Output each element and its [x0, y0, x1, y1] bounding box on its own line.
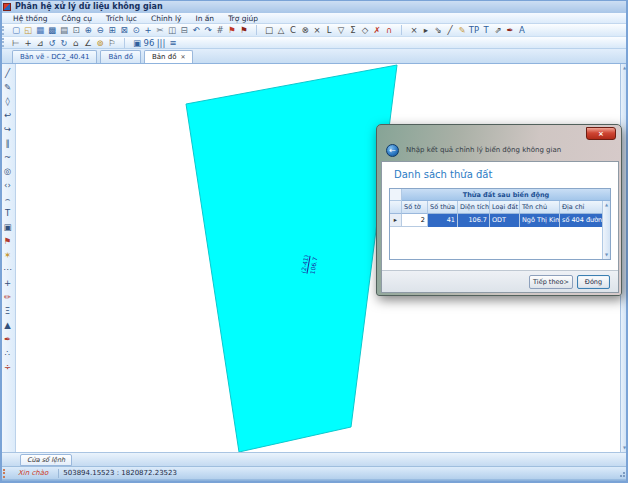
- columns-icon[interactable]: |||: [155, 37, 167, 49]
- merge-shape-icon[interactable]: ∩: [383, 24, 395, 36]
- points-tool-icon[interactable]: ∴: [1, 346, 15, 360]
- tab-ban-do-1[interactable]: Bản đồ: [100, 50, 140, 63]
- flag-darkred-icon[interactable]: ⚑: [238, 24, 250, 36]
- grid-vertical-scrollbar[interactable]: ▲ ▼: [602, 201, 610, 259]
- rubber-tool-icon[interactable]: ◊: [1, 94, 15, 108]
- table-row[interactable]: ▸ 2 41 106.7 ODT Ngô Thị Kim số 404 đườn…: [390, 214, 610, 227]
- dialog-close-button[interactable]: ×: [586, 127, 616, 140]
- menu-chinh-ly[interactable]: Chỉnh lý: [144, 13, 189, 24]
- sum-tool-icon[interactable]: Σ: [347, 24, 359, 36]
- measure-icon[interactable]: #: [214, 24, 226, 36]
- brush-icon[interactable]: ✎: [456, 24, 468, 36]
- command-window-tab[interactable]: Cửa sổ lệnh: [20, 454, 72, 466]
- trapezoid-tool-icon[interactable]: ▽: [335, 24, 347, 36]
- fence-icon[interactable]: ⊢: [10, 37, 22, 49]
- rotate-ccw-icon[interactable]: ↺: [46, 37, 58, 49]
- cell-loai-dat[interactable]: ODT: [490, 214, 520, 227]
- close-button[interactable]: Đóng: [577, 275, 610, 289]
- tab-ban-ve[interactable]: Bản vẽ - DC2_40.41: [12, 50, 97, 63]
- pencil-tool-icon[interactable]: ✎: [1, 80, 15, 94]
- pan-icon[interactable]: +: [142, 24, 154, 36]
- open-icon[interactable]: ◱: [22, 24, 34, 36]
- next-button[interactable]: Tiếp theo>: [529, 275, 573, 289]
- zoom-out-icon[interactable]: ⊖: [94, 24, 106, 36]
- toolbar-grip[interactable]: [2, 38, 5, 47]
- zoom-extent-icon[interactable]: ⊠: [118, 24, 130, 36]
- grid-header-so-thua[interactable]: Số thửa: [428, 201, 458, 214]
- layers-icon[interactable]: ▣: [131, 37, 143, 49]
- divide-tool-icon[interactable]: ÷: [1, 360, 15, 374]
- tab-ban-do-2[interactable]: Bản đồ ✕: [144, 50, 194, 63]
- pointer-icon[interactable]: ⇗: [492, 24, 504, 36]
- cell-ten-chu[interactable]: Ngô Thị Kim: [520, 214, 560, 227]
- flag-outline-icon[interactable]: ⚐: [106, 37, 118, 49]
- paste-icon[interactable]: ⊟: [178, 24, 190, 36]
- line-icon[interactable]: ╱: [444, 24, 456, 36]
- cell-so-to[interactable]: 2: [402, 214, 428, 227]
- polyline-tool-icon[interactable]: L: [323, 24, 335, 36]
- cross-tool-icon[interactable]: ×: [311, 24, 323, 36]
- menu-trich-luc[interactable]: Trích lục: [99, 13, 144, 24]
- new-icon[interactable]: ▢: [10, 24, 22, 36]
- erase-icon[interactable]: ×: [408, 24, 420, 36]
- grid-scroll-down-icon[interactable]: ▼: [605, 251, 608, 259]
- grid-scroll-up-icon[interactable]: ▲: [605, 201, 608, 209]
- home-extent-icon[interactable]: ⌂: [70, 37, 82, 49]
- table-tool-icon[interactable]: Ξ: [1, 304, 15, 318]
- rotate-cw-icon[interactable]: ↻: [58, 37, 70, 49]
- back-button[interactable]: ←: [386, 144, 399, 157]
- scroll-up-icon[interactable]: ▲: [623, 64, 626, 72]
- diamond-tool-icon[interactable]: ◇: [359, 24, 371, 36]
- attribute-icon[interactable]: A: [516, 24, 528, 36]
- flag-red-icon[interactable]: ⚑: [226, 24, 238, 36]
- split-icon[interactable]: ⇘: [432, 24, 444, 36]
- tab-close-icon[interactable]: ✕: [180, 52, 185, 62]
- menu-he-thong[interactable]: Hệ thống: [6, 13, 54, 24]
- dots-tool-icon[interactable]: ⋯: [1, 262, 15, 276]
- row-selector-icon[interactable]: ▸: [390, 214, 402, 227]
- angle-icon[interactable]: ∠: [82, 37, 94, 49]
- crosshair-icon[interactable]: +: [22, 37, 34, 49]
- parallel-tool-icon[interactable]: ∥: [1, 136, 15, 150]
- rotate-triangle-icon[interactable]: ⊿: [34, 37, 46, 49]
- grid-header-dien-tich[interactable]: Diện tích: [458, 201, 490, 214]
- text-icon[interactable]: T: [480, 24, 492, 36]
- delete-shape-icon[interactable]: ✗: [371, 24, 383, 36]
- triangle-tool-icon[interactable]: △: [275, 24, 287, 36]
- cut-icon[interactable]: ✂: [154, 24, 166, 36]
- cell-dien-tich[interactable]: 106.7: [458, 214, 490, 227]
- print-icon[interactable]: ▤: [58, 24, 70, 36]
- rows-icon[interactable]: ≡: [167, 37, 179, 49]
- scale-96-icon[interactable]: 96: [143, 37, 155, 49]
- zoom-in-icon[interactable]: ⊕: [82, 24, 94, 36]
- pen-icon[interactable]: ✒: [504, 24, 516, 36]
- menu-in-an[interactable]: In ấn: [188, 13, 221, 24]
- rect-tool-icon[interactable]: □: [263, 24, 275, 36]
- undo-curve-icon[interactable]: ↩: [1, 108, 15, 122]
- arc-tool-icon[interactable]: C: [287, 24, 299, 36]
- grid-header-dia-chi[interactable]: Địa chỉ: [560, 201, 606, 214]
- tp-label-icon[interactable]: TP: [468, 24, 480, 36]
- select-arrow-icon[interactable]: ▸: [420, 24, 432, 36]
- red-pencil-tool-icon[interactable]: ✏: [1, 290, 15, 304]
- move-tool-icon[interactable]: +: [1, 276, 15, 290]
- star-tool-icon[interactable]: ✶: [1, 248, 15, 262]
- redo-curve-icon[interactable]: ↪: [1, 122, 15, 136]
- scroll-down-icon[interactable]: ▼: [623, 444, 626, 452]
- parcel-polygon[interactable]: [186, 65, 397, 452]
- menu-tro-giup[interactable]: Trợ giúp: [221, 13, 265, 24]
- terrain-tool-icon[interactable]: ▲: [1, 318, 15, 332]
- resize-grip[interactable]: [617, 469, 626, 478]
- print-preview-icon[interactable]: ⊡: [70, 24, 82, 36]
- grid-header-loai-dat[interactable]: Loại đất: [490, 201, 520, 214]
- save-all-icon[interactable]: ▩: [46, 24, 58, 36]
- wave-tool-icon[interactable]: ~: [1, 150, 15, 164]
- menu-cong-cu[interactable]: Công cụ: [54, 13, 99, 24]
- save-icon[interactable]: ▦: [34, 24, 46, 36]
- grid-header-so-to[interactable]: Số tờ: [402, 201, 428, 214]
- grid-header-ten-chu[interactable]: Tên chủ: [520, 201, 560, 214]
- redo-icon[interactable]: ↷: [202, 24, 214, 36]
- bracket-tool-icon[interactable]: ‹›: [1, 178, 15, 192]
- zoom-window-icon[interactable]: ⊞: [106, 24, 118, 36]
- text-tool-icon[interactable]: T: [1, 206, 15, 220]
